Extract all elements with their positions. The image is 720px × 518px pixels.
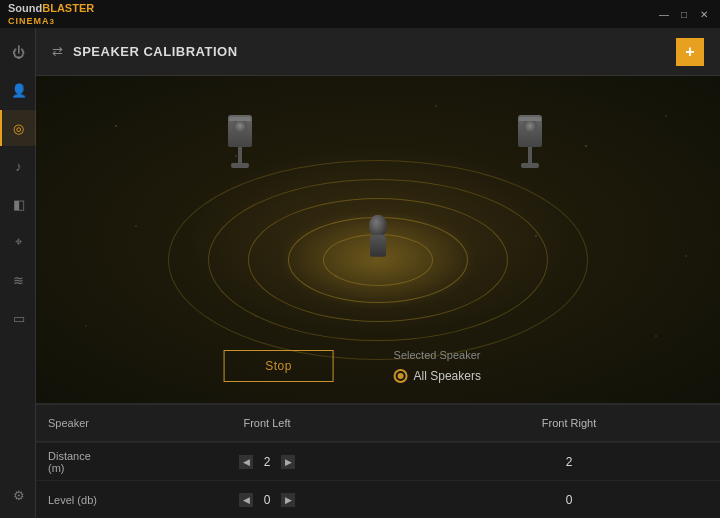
settings-icon: ⚙ [13, 488, 25, 503]
level-label: Level (db) [36, 494, 116, 506]
speaker-left [228, 115, 252, 168]
listener-head [369, 214, 387, 236]
sidebar-item-music[interactable]: ♪ [0, 148, 36, 184]
speaker-right-stand [528, 147, 532, 163]
speaker-right [518, 115, 542, 168]
sidebar-item-effects[interactable]: ⌖ [0, 224, 36, 260]
app-body: ⏻ 👤 ◎ ♪ ◧ ⌖ ≋ ▭ ⚙ ⇄ SP [0, 28, 720, 518]
all-speakers-radio[interactable] [394, 369, 408, 383]
content-header: ⇄ SPEAKER CALIBRATION + [36, 28, 720, 76]
level-fl-control: ◀ 0 ▶ [116, 493, 418, 507]
distance-fr-control: 2 [418, 455, 720, 469]
equalizer-icon: ⇄ [52, 44, 63, 59]
level-fl-value: 0 [257, 493, 277, 507]
speaker-left-stand [238, 147, 242, 163]
calibration-icon: ◎ [13, 121, 24, 136]
restore-button[interactable]: □ [676, 6, 692, 22]
power-icon: ⏻ [12, 45, 25, 60]
window-controls: — □ ✕ [656, 6, 712, 22]
speaker-right-base [521, 163, 539, 168]
bottom-table: Speaker Front Left Front Right Distance … [36, 403, 720, 518]
distance-fl-control: ◀ 2 ▶ [116, 455, 418, 469]
sidebar-item-voice[interactable]: ≋ [0, 262, 36, 298]
all-speakers-label: All Speakers [414, 369, 481, 383]
listener-body [370, 234, 386, 256]
level-fr-value: 0 [559, 493, 579, 507]
profile-icon: 👤 [11, 83, 27, 98]
sidebar-item-calibration[interactable]: ◎ [0, 110, 36, 146]
level-fl-decrement[interactable]: ◀ [239, 493, 253, 507]
table-header-row: Speaker Front Left Front Right [36, 404, 720, 442]
add-button[interactable]: + [676, 38, 704, 66]
speaker-right-icon [518, 115, 542, 147]
distance-fl-increment[interactable]: ▶ [281, 455, 295, 469]
selected-speaker-label: Selected Speaker [394, 349, 481, 361]
col-header-front-left: Front Left [116, 409, 418, 437]
all-speakers-option[interactable]: All Speakers [394, 369, 481, 383]
table-row-distance: Distance (m) ◀ 2 ▶ 2 [36, 442, 720, 480]
table-row-level: Level (db) ◀ 0 ▶ 0 [36, 480, 720, 518]
distance-fl-value: 2 [257, 455, 277, 469]
selected-speaker-panel: Selected Speaker All Speakers [394, 349, 481, 383]
display-icon: ▭ [13, 311, 25, 326]
voice-icon: ≋ [13, 273, 24, 288]
music-icon: ♪ [15, 159, 22, 174]
sidebar-item-cinema[interactable]: ◧ [0, 186, 36, 222]
distance-front-left-cell: ◀ 2 ▶ [116, 455, 418, 469]
distance-fr-value: 2 [559, 455, 579, 469]
speaker-left-icon [228, 115, 252, 147]
level-front-right-cell: 0 [418, 493, 720, 507]
cinema-icon: ◧ [13, 197, 25, 212]
sidebar-item-display[interactable]: ▭ [0, 300, 36, 336]
level-fl-increment[interactable]: ▶ [281, 493, 295, 507]
page-title: SPEAKER CALIBRATION [73, 44, 238, 59]
close-button[interactable]: ✕ [696, 6, 712, 22]
effects-icon: ⌖ [15, 234, 22, 250]
logo-text: SoundBLASTER CINEMA3 [8, 2, 94, 26]
distance-label: Distance (m) [36, 450, 116, 474]
sidebar-item-power[interactable]: ⏻ [0, 34, 36, 70]
level-fr-control: 0 [418, 493, 720, 507]
bottom-controls: Stop Selected Speaker All Speakers [224, 349, 481, 383]
distance-front-right-cell: 2 [418, 455, 720, 469]
col-header-speaker: Speaker [36, 417, 116, 429]
oval-rings [168, 160, 588, 360]
level-front-left-cell: ◀ 0 ▶ [116, 493, 418, 507]
sidebar: ⏻ 👤 ◎ ♪ ◧ ⌖ ≋ ▭ ⚙ [0, 28, 36, 518]
col-header-front-right: Front Right [418, 409, 720, 437]
sidebar-item-profile[interactable]: 👤 [0, 72, 36, 108]
content-area: ⇄ SPEAKER CALIBRATION + [36, 28, 720, 518]
stop-button[interactable]: Stop [224, 350, 334, 382]
distance-fl-decrement[interactable]: ◀ [239, 455, 253, 469]
listener-figure [369, 214, 387, 256]
minimize-button[interactable]: — [656, 6, 672, 22]
app-logo: SoundBLASTER CINEMA3 [8, 2, 94, 26]
speaker-left-base [231, 163, 249, 168]
title-bar: SoundBLASTER CINEMA3 — □ ✕ [0, 0, 720, 28]
sidebar-item-settings[interactable]: ⚙ [0, 482, 36, 518]
visualization-area: Stop Selected Speaker All Speakers [36, 76, 720, 403]
